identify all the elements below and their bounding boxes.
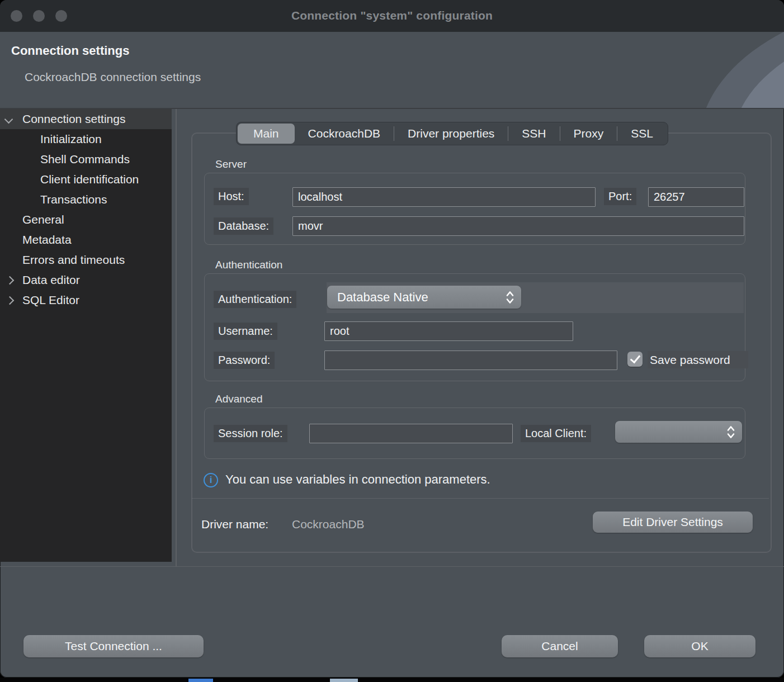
database-label: Database: [214, 217, 273, 235]
desktop-hint [330, 679, 358, 682]
sidebar-item-initialization[interactable]: Initialization [0, 129, 172, 149]
tab-ssl[interactable]: SSL [617, 124, 667, 144]
desktop-background [0, 678, 784, 682]
local-client-select[interactable] [615, 421, 742, 443]
info-icon: i [204, 473, 218, 487]
tab-cockroachdb[interactable]: CockroachDB [295, 124, 394, 144]
chevron-right-icon[interactable] [6, 296, 15, 305]
sidebar-item-errors-and-timeouts[interactable]: Errors and timeouts [0, 250, 172, 270]
sidebar-item-label: Connection settings [22, 109, 125, 129]
authentication-select[interactable]: Database Native [327, 286, 521, 309]
sidebar-item-label: Data editor [22, 270, 80, 290]
chevron-down-icon[interactable] [4, 115, 13, 124]
local-client-label: Local Client: [521, 425, 591, 442]
checkmark-icon [630, 353, 641, 363]
tab-main[interactable]: Main [238, 124, 295, 144]
sidebar-item-transactions[interactable]: Transactions [0, 190, 172, 210]
ok-button[interactable]: OK [644, 635, 755, 657]
desktop-hint [188, 679, 213, 682]
sidebar-item-data-editor[interactable]: Data editor [0, 270, 172, 290]
sidebar-item-label: Initialization [40, 129, 102, 149]
tab-bar: Main CockroachDB Driver properties SSH P… [236, 122, 668, 145]
driver-row-divider [192, 498, 769, 499]
sidebar-item-label: Shell Commands [40, 149, 130, 169]
sidebar-divider [176, 109, 177, 566]
password-label: Password: [214, 352, 275, 369]
authentication-section-label: Authentication [215, 259, 282, 271]
sidebar-item-label: Client identification [40, 169, 139, 190]
window-title: Connection "system" configuration [0, 9, 784, 22]
driver-name-label: Driver name: [201, 518, 268, 531]
updown-chevron-icon [726, 425, 735, 439]
sidebar-item-label: Transactions [40, 190, 107, 210]
sidebar-item-connection-settings[interactable]: Connection settings [0, 109, 172, 129]
page-header: Connection settings CockroachDB connecti… [0, 32, 784, 109]
database-input[interactable] [292, 216, 744, 236]
sidebar-item-metadata[interactable]: Metadata [0, 230, 172, 250]
sidebar-item-label: Errors and timeouts [22, 250, 125, 270]
session-role-input[interactable] [309, 424, 513, 443]
sidebar-item-client-identification[interactable]: Client identification [0, 169, 172, 190]
updown-chevron-icon [506, 290, 514, 305]
settings-tree: Connection settings Initialization Shell… [0, 109, 172, 562]
sidebar-item-label: SQL Editor [22, 290, 79, 310]
session-role-label: Session role: [214, 425, 287, 442]
password-input[interactable] [324, 351, 617, 370]
sidebar-item-label: General [22, 210, 64, 230]
sidebar-item-sql-editor[interactable]: SQL Editor [0, 290, 172, 310]
driver-name-value: CockroachDB [292, 518, 365, 531]
tab-driver-properties[interactable]: Driver properties [394, 124, 508, 144]
test-connection-button[interactable]: Test Connection ... [23, 635, 204, 657]
sidebar-item-shell-commands[interactable]: Shell Commands [0, 149, 172, 169]
sidebar-item-general[interactable]: General [0, 210, 172, 230]
sidebar-item-label: Metadata [22, 230, 72, 250]
advanced-section-label: Advanced [215, 393, 263, 405]
chevron-right-icon[interactable] [6, 276, 15, 285]
authentication-select-value: Database Native [327, 290, 506, 305]
page-subtitle: CockroachDB connection settings [25, 70, 201, 84]
tab-ssh[interactable]: SSH [508, 124, 559, 144]
page-title: Connection settings [11, 44, 129, 58]
port-label: Port: [604, 188, 636, 205]
title-bar[interactable]: Connection "system" configuration [0, 0, 784, 32]
username-label: Username: [214, 323, 277, 340]
footer-divider [0, 566, 784, 567]
username-input[interactable] [324, 321, 573, 341]
host-input[interactable] [292, 187, 596, 207]
tab-proxy[interactable]: Proxy [560, 124, 617, 144]
connection-config-window: Connection "system" configuration Connec… [0, 0, 784, 678]
server-section-label: Server [215, 158, 247, 170]
save-password-label: Save password [648, 351, 748, 368]
variables-hint-text: You can use variables in connection para… [225, 472, 490, 487]
port-input[interactable] [648, 187, 744, 207]
save-password-checkbox[interactable] [627, 352, 643, 367]
cancel-button[interactable]: Cancel [502, 635, 618, 657]
host-label: Host: [214, 188, 249, 205]
authentication-label: Authentication: [214, 291, 296, 308]
edit-driver-settings-button[interactable]: Edit Driver Settings [593, 512, 753, 533]
